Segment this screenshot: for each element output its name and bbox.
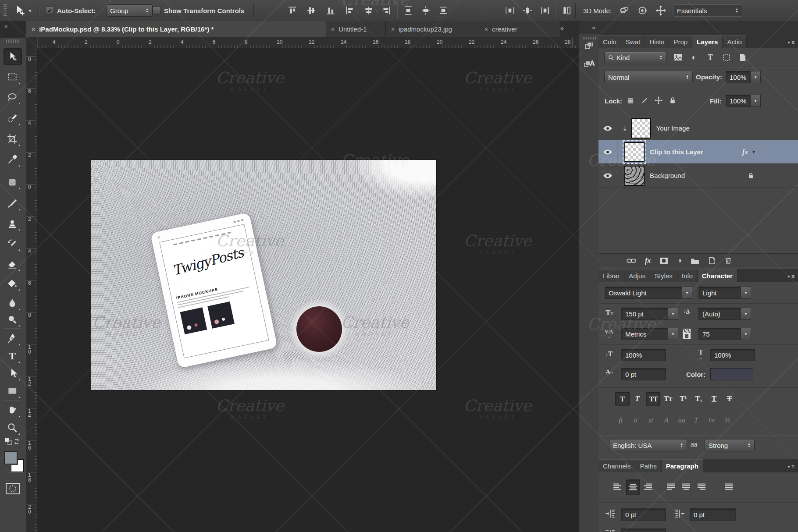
horizontal-ruler[interactable]: 42 02 46 810 1214 1618 2022 2426 28	[26, 38, 579, 49]
doc-tab-ipadmockup[interactable]: × iPadMockup.psd @ 8.33% (Clip to this L…	[26, 21, 327, 37]
quick-selection-tool[interactable]	[4, 110, 21, 126]
blend-mode-dropdown[interactable]: Normal ▲▼	[604, 71, 693, 83]
layer-name[interactable]: Background	[650, 172, 685, 179]
filter-type-layers-icon[interactable]: T	[704, 51, 717, 64]
swash-icon[interactable]: A	[664, 416, 669, 424]
new-adjustment-layer-icon[interactable]: ◑	[677, 256, 682, 265]
delete-layer-icon[interactable]	[725, 257, 732, 264]
distribute-spacing-button[interactable]	[560, 4, 574, 17]
healing-brush-tool[interactable]	[4, 174, 21, 190]
lock-transparent-pixels-icon[interactable]: ▦	[625, 94, 636, 107]
tab-histogram[interactable]: Histo	[645, 35, 669, 48]
align-vertical-centers-button[interactable]	[305, 4, 318, 17]
eyedropper-tool[interactable]	[4, 152, 21, 167]
layer-name[interactable]: Clip to this Layer	[650, 148, 703, 156]
3d-pan-icon[interactable]	[654, 4, 667, 17]
justify-last-left-button[interactable]	[664, 479, 677, 494]
lock-all-icon[interactable]	[667, 94, 678, 107]
ordinals-icon[interactable]: 1st	[708, 416, 715, 423]
kerning-field[interactable]: Metrics ▼	[621, 328, 678, 340]
3d-roll-icon[interactable]	[636, 4, 649, 17]
tab-properties[interactable]: Prop	[669, 35, 692, 48]
dropdown-arrow-icon[interactable]: ▼	[750, 71, 760, 83]
distribute-vertical-centers-button[interactable]	[419, 4, 432, 17]
align-left-button[interactable]	[611, 479, 624, 494]
add-mask-icon[interactable]	[659, 257, 668, 264]
align-horizontal-centers-button[interactable]	[362, 4, 375, 17]
tool-preset-caret-icon[interactable]: ▼	[28, 9, 32, 13]
blur-tool[interactable]	[4, 295, 21, 311]
justify-last-center-button[interactable]	[680, 479, 693, 494]
dropdown-arrow-icon[interactable]: ▼	[750, 95, 760, 106]
zoom-tool[interactable]	[4, 420, 21, 436]
layer-thumbnail[interactable]	[631, 118, 651, 138]
filter-shape-layers-icon[interactable]	[720, 51, 733, 64]
horizontal-scale-field[interactable]: 100%	[710, 349, 755, 361]
hand-tool[interactable]	[4, 402, 21, 418]
dock-collapse-button[interactable]: «	[579, 21, 599, 34]
titling-alternates-icon[interactable]: T	[694, 416, 698, 424]
font-size-field[interactable]: 150 pt ▼	[621, 308, 678, 320]
rectangle-shape-tool[interactable]	[4, 383, 21, 399]
doc-tab-creativer[interactable]: × creativer	[479, 21, 560, 37]
gradient-tool[interactable]	[4, 276, 21, 291]
indent-right-field[interactable]: 0 pt	[690, 508, 736, 521]
align-center-button[interactable]	[626, 479, 640, 495]
superscript-button[interactable]: T¹	[677, 392, 690, 405]
baseline-shift-field[interactable]: 0 pt	[621, 368, 666, 380]
foreground-color-swatch[interactable]	[4, 451, 18, 465]
vertical-scale-field[interactable]: 100%	[621, 349, 666, 361]
eraser-tool[interactable]	[4, 256, 21, 272]
dropdown-arrow-icon[interactable]: ▼	[682, 287, 692, 298]
canvas-area[interactable]: TwigyPosts IPHONE MOCKUPS	[37, 48, 579, 532]
panel-menu-icon[interactable]: ▼≡	[787, 273, 798, 280]
align-bottom-edges-button[interactable]	[324, 4, 337, 17]
tab-color[interactable]: Colo	[598, 35, 621, 48]
lock-image-pixels-icon[interactable]	[639, 94, 650, 107]
auto-select-checkbox[interactable]: ✓	[46, 6, 54, 14]
tab-layers[interactable]: Layers	[692, 35, 723, 48]
distribute-bottom-edges-button[interactable]	[437, 4, 450, 17]
vertical-ruler[interactable]: 86 42 02 46 810 1214 1618 20	[26, 48, 38, 532]
justify-last-right-button[interactable]	[695, 479, 708, 494]
visibility-toggle[interactable]	[598, 164, 617, 187]
close-icon[interactable]: ×	[32, 26, 35, 33]
history-brush-tool[interactable]	[4, 236, 21, 252]
anti-alias-dropdown[interactable]: Strong ▲▼	[705, 439, 755, 451]
filter-smart-objects-icon[interactable]	[736, 51, 749, 64]
layer-thumbnail[interactable]	[624, 142, 645, 162]
character-panel-icon[interactable]: A	[584, 58, 595, 69]
panel-menu-icon[interactable]: ▼≡	[787, 464, 798, 470]
align-top-edges-button[interactable]	[286, 4, 299, 17]
tab-overflow-icon[interactable]: »	[560, 25, 564, 32]
stylistic-alternates-icon[interactable]: aa	[678, 416, 685, 424]
underline-button[interactable]: T	[707, 392, 721, 405]
rectangular-marquee-tool[interactable]	[4, 69, 21, 85]
new-layer-icon[interactable]	[708, 257, 716, 264]
3d-orbit-icon[interactable]	[617, 4, 631, 17]
faux-bold-button[interactable]: T	[615, 392, 630, 406]
strikethrough-button[interactable]: T	[723, 392, 736, 405]
layer-thumbnail[interactable]	[624, 166, 645, 186]
opacity-field[interactable]: 100% ▼	[726, 71, 761, 83]
tab-actions[interactable]: Actio	[723, 35, 746, 48]
toolbar-grip[interactable]	[6, 39, 19, 43]
tab-adjustments[interactable]: Adjus	[624, 269, 650, 282]
layer-row-your-image[interactable]: ⤓ Your Image	[598, 117, 798, 140]
move-tool-current-icon[interactable]	[13, 4, 26, 17]
faux-italic-button[interactable]: T	[631, 392, 644, 405]
dropdown-arrow-icon[interactable]: ▼	[741, 287, 751, 298]
fractions-icon[interactable]: ½	[725, 416, 730, 424]
subscript-button[interactable]: T₁	[692, 392, 705, 405]
visibility-toggle[interactable]	[598, 140, 617, 163]
doc-tab-untitled[interactable]: × Untitled-1	[326, 21, 386, 37]
dropdown-arrow-icon[interactable]: ▼	[668, 308, 678, 319]
link-layers-icon[interactable]	[627, 258, 636, 264]
type-tool[interactable]: T	[4, 348, 21, 364]
indent-left-field[interactable]: 0 pt	[621, 508, 666, 521]
pen-tool[interactable]	[4, 330, 21, 346]
fx-expand-icon[interactable]: ▼	[752, 149, 756, 154]
doc-tab-ipadmockup23[interactable]: × ipadmockup23.jpg	[386, 21, 479, 37]
tab-character[interactable]: Character	[698, 269, 737, 282]
tab-paragraph[interactable]: Paragraph	[662, 459, 703, 472]
